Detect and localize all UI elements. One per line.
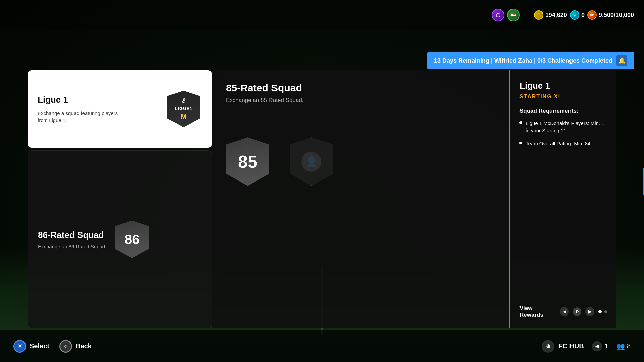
dot-1	[598, 310, 602, 313]
right-panel-title: Ligue 1	[519, 81, 607, 91]
requirement-2: Team Overall Rating: Min. 84	[519, 140, 607, 147]
middle-badges: 85 👤	[226, 131, 495, 186]
users-count: 👥 8	[616, 342, 631, 350]
bottom-controls: ✕ Select ○ Back	[13, 340, 92, 353]
badge-sponsor: M	[181, 112, 187, 121]
sp-currency: SP 9,500/10,000	[587, 10, 634, 20]
squad-req-title: Squad Requirements:	[519, 108, 607, 114]
squad85-badge: 85	[226, 137, 269, 186]
nav-left[interactable]: ◀	[560, 307, 569, 316]
left-panel: Ligue 1 Exchange a squad featuring playe…	[28, 70, 212, 328]
nav-r-label: R	[573, 307, 581, 316]
bottom-bar: ✕ Select ○ Back ⊕ FC HUB ◀ 1 👥 8	[0, 330, 644, 362]
squad86-title: 86-Rated Squad	[38, 230, 105, 240]
points-value: 0	[581, 12, 585, 19]
fc-hub-icon: ⊕	[542, 340, 554, 353]
fc-hub[interactable]: ⊕ FC HUB	[542, 340, 584, 353]
bottom-right: ⊕ FC HUB ◀ 1 👥 8	[542, 340, 631, 353]
fc-hub-label: FC HUB	[558, 342, 584, 350]
sp-value: 9,500/10,000	[599, 12, 634, 19]
squad86-info: 86-Rated Squad Exchange an 86 Rated Squa…	[38, 230, 105, 249]
x-button-icon: ✕	[13, 340, 26, 353]
top-bar: ⬡ 🇭🇺 194,620 ▽ 0 SP 9,500/10,000	[0, 0, 644, 30]
squad86-card[interactable]: 86-Rated Squad Exchange an 86 Rated Squa…	[28, 150, 212, 328]
squad85-description: Exchange an 85 Rated Squad.	[226, 97, 495, 104]
ligue1-badge: ℓ LIGUE1 M	[165, 89, 202, 129]
challenge-text: 13 Days Remaining | Wilfried Zaha | 0/3 …	[434, 57, 612, 64]
rating-badge-shape-86: 86	[115, 221, 149, 258]
flag-icon: 🇭🇺	[507, 9, 520, 21]
coins-icon	[534, 10, 543, 20]
bell-icon: 🔔	[616, 55, 627, 66]
requirement-1: Ligue 1 McDonald's Players: Min. 1 in yo…	[519, 120, 607, 134]
rating-86-value: 86	[125, 232, 140, 247]
scroll-indicator	[643, 168, 644, 195]
requirements-list: Ligue 1 McDonald's Players: Min. 1 in yo…	[519, 120, 607, 147]
ghost-icon: 👤	[301, 152, 321, 172]
points-icon: ▽	[570, 10, 579, 20]
page-prev[interactable]: ◀	[592, 341, 602, 351]
squad86-description: Exchange an 86 Rated Squad	[38, 244, 105, 249]
currency-divider	[527, 8, 527, 22]
select-label: Select	[30, 342, 49, 350]
badge-logo: ℓ	[182, 97, 185, 105]
starting-xi-label: STARTING XI	[519, 94, 607, 100]
main-content: Ligue 1 Exchange a squad featuring playe…	[28, 70, 616, 328]
ghost-badge: 👤	[290, 137, 333, 186]
badge-shape: ℓ LIGUE1 M	[167, 91, 200, 127]
ligue1-card-info: Ligue 1 Exchange a squad featuring playe…	[38, 95, 118, 124]
currency-bar: ⬡ 🇭🇺 194,620 ▽ 0 SP 9,500/10,000	[492, 8, 634, 22]
page-navigation: ◀ 1	[592, 341, 608, 351]
select-button[interactable]: ✕ Select	[13, 340, 49, 353]
right-panel: Ligue 1 STARTING XI Squad Requirements: …	[509, 70, 616, 328]
back-button[interactable]: ○ Back	[59, 340, 92, 353]
rating-badge-shape-85: 85	[226, 137, 269, 186]
req-1-text: Ligue 1 McDonald's Players: Min. 1 in yo…	[526, 120, 607, 134]
coins-currency: 194,620	[534, 10, 567, 20]
users-count-value: 8	[627, 342, 631, 350]
coins-value: 194,620	[545, 12, 567, 19]
badge-league-text: LIGUE1	[175, 106, 193, 111]
req-bullet-2	[519, 142, 522, 144]
page-number: 1	[605, 342, 608, 350]
sp-icon: SP	[587, 10, 597, 20]
req-2-text: Team Overall Rating: Min. 84	[526, 140, 590, 147]
view-rewards-label: View Rewards	[519, 305, 556, 318]
users-icon-symbol: 👥	[616, 342, 625, 350]
challenge-banner: 13 Days Remaining | Wilfried Zaha | 0/3 …	[427, 52, 634, 69]
middle-panel: 85-Rated Squad Exchange an 85 Rated Squa…	[212, 70, 509, 328]
req-bullet-1	[519, 121, 522, 124]
squad86-badge: 86	[115, 221, 149, 258]
shield-icon: ⬡	[492, 9, 504, 21]
dot-navigation	[598, 310, 607, 313]
nav-right[interactable]: ▶	[585, 307, 594, 316]
ligue1-description: Exchange a squad featuring players from …	[38, 110, 118, 124]
view-rewards[interactable]: View Rewards ◀ R ▶	[519, 305, 607, 318]
squad85-title: 85-Rated Squad	[226, 82, 495, 94]
ligue1-title: Ligue 1	[38, 95, 118, 105]
back-label: Back	[76, 342, 92, 350]
dot-2	[604, 310, 607, 313]
points-currency: ▽ 0	[570, 10, 585, 20]
rating-85-value: 85	[238, 152, 257, 172]
ligue1-card[interactable]: Ligue 1 Exchange a squad featuring playe…	[28, 70, 212, 148]
o-button-icon: ○	[59, 340, 72, 353]
